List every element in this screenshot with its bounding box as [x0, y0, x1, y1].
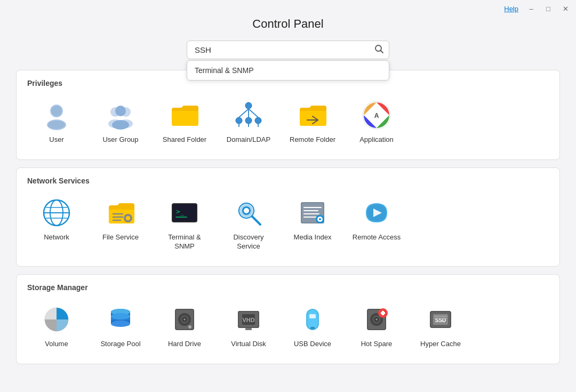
item-hot-spare[interactable]: Hot Spare	[347, 299, 406, 353]
hot-spare-icon	[361, 303, 393, 335]
user-label: User	[49, 135, 63, 145]
item-virtual-disk[interactable]: VHD Virtual Disk	[219, 299, 278, 353]
search-dropdown: Terminal & SNMP	[187, 60, 389, 81]
svg-point-13	[236, 117, 242, 124]
search-suggestion-terminal[interactable]: Terminal & SNMP	[187, 61, 389, 80]
usb-device-icon	[297, 303, 329, 335]
svg-point-5	[48, 121, 65, 129]
item-remote-access[interactable]: Remote Access	[347, 193, 406, 255]
svg-point-86	[375, 318, 378, 321]
svg-point-46	[244, 208, 249, 213]
user-icon	[41, 99, 73, 131]
shared-folder-label: Shared Folder	[163, 135, 206, 145]
network-services-grid: Network	[27, 193, 549, 255]
minimize-button[interactable]: –	[527, 4, 535, 13]
svg-line-16	[239, 109, 249, 117]
svg-point-11	[112, 120, 129, 130]
media-index-icon	[297, 197, 329, 229]
item-user[interactable]: User	[27, 95, 86, 149]
hyper-cache-icon: SSD	[425, 303, 457, 335]
discovery-service-label: Discovery Service	[221, 233, 276, 251]
user-group-label: User Group	[102, 135, 138, 145]
privileges-grid: User	[27, 95, 549, 149]
hot-spare-label: Hot Spare	[361, 340, 393, 349]
svg-point-4	[51, 106, 62, 116]
svg-text:A: A	[374, 112, 379, 119]
volume-label: Volume	[45, 340, 68, 349]
item-remote-folder[interactable]: Remote Folder	[283, 95, 342, 149]
page-title: Control Panel	[252, 17, 323, 31]
usb-device-label: USB Device	[294, 340, 331, 349]
svg-rect-78	[307, 310, 318, 329]
search-input[interactable]	[187, 41, 389, 59]
section-title-network-services: Network Services	[27, 177, 549, 185]
svg-point-64	[111, 313, 130, 319]
domain-ldap-icon	[233, 99, 265, 131]
svg-rect-76	[245, 328, 252, 330]
file-service-icon	[105, 197, 137, 229]
main-content: Control Panel Terminal & SNMP Privileges	[0, 17, 576, 392]
hyper-cache-label: Hyper Cache	[420, 340, 461, 349]
close-button[interactable]: ✕	[561, 4, 570, 13]
item-hyper-cache[interactable]: SSD Hyper Cache	[411, 299, 470, 353]
item-media-index[interactable]: Media Index	[283, 193, 342, 255]
svg-text:>_: >_	[176, 207, 185, 215]
svg-point-10	[115, 106, 126, 116]
user-group-icon	[105, 99, 137, 131]
remote-folder-icon	[297, 99, 329, 131]
titlebar: Help – □ ✕	[0, 0, 576, 17]
svg-rect-79	[309, 314, 316, 318]
remote-folder-label: Remote Folder	[290, 135, 335, 145]
item-file-service[interactable]: File Service	[91, 193, 150, 255]
svg-point-56	[319, 218, 321, 220]
discovery-service-icon	[233, 197, 265, 229]
terminal-snmp-icon: >_	[169, 197, 201, 229]
svg-text:VHD: VHD	[242, 317, 254, 323]
svg-point-14	[255, 117, 261, 124]
item-volume[interactable]: Volume	[27, 299, 86, 353]
svg-line-1	[381, 50, 383, 53]
section-title-storage-manager: Storage Manager	[27, 283, 549, 292]
virtual-disk-icon: VHD	[233, 303, 265, 335]
storage-pool-label: Storage Pool	[100, 340, 140, 349]
item-usb-device[interactable]: USB Device	[283, 299, 342, 353]
item-application[interactable]: A Application	[347, 95, 406, 149]
application-label: Application	[359, 135, 394, 145]
domain-ldap-label: Domain/LDAP	[227, 135, 270, 145]
item-discovery-service[interactable]: Discovery Service	[219, 193, 278, 255]
svg-point-34	[126, 216, 130, 220]
svg-point-15	[245, 117, 252, 124]
hard-drive-icon	[169, 303, 201, 335]
search-wrapper: Terminal & SNMP	[187, 41, 389, 59]
svg-point-12	[245, 102, 252, 109]
maximize-button[interactable]: □	[544, 4, 553, 13]
section-storage-manager: Storage Manager	[16, 274, 560, 364]
shared-folder-icon	[169, 99, 201, 131]
file-service-label: File Service	[102, 233, 139, 242]
svg-point-71	[188, 325, 191, 329]
section-privileges: Privileges User	[16, 70, 560, 160]
item-network[interactable]: Network	[27, 193, 86, 255]
search-icon[interactable]	[374, 44, 384, 56]
svg-rect-89	[382, 311, 384, 315]
svg-line-18	[249, 109, 258, 117]
item-user-group[interactable]: User Group	[91, 95, 150, 149]
item-domain-ldap[interactable]: Domain/LDAP	[219, 95, 278, 149]
network-icon	[41, 197, 73, 229]
sections-container: Privileges User	[16, 70, 560, 364]
section-network-services: Network Services	[16, 167, 560, 267]
application-icon: A	[361, 99, 393, 131]
item-storage-pool[interactable]: Storage Pool	[91, 299, 150, 353]
remote-access-label: Remote Access	[353, 233, 401, 242]
svg-point-61	[111, 321, 130, 327]
item-shared-folder[interactable]: Shared Folder	[155, 95, 214, 149]
remote-access-icon	[361, 197, 393, 229]
help-link[interactable]: Help	[504, 5, 518, 13]
volume-icon	[41, 303, 73, 335]
svg-rect-80	[310, 327, 315, 329]
item-hard-drive[interactable]: Hard Drive	[155, 299, 214, 353]
media-index-label: Media Index	[294, 233, 332, 242]
virtual-disk-label: Virtual Disk	[231, 340, 266, 349]
network-label: Network	[44, 233, 69, 242]
item-terminal-snmp[interactable]: >_ Terminal & SNMP	[155, 193, 214, 255]
